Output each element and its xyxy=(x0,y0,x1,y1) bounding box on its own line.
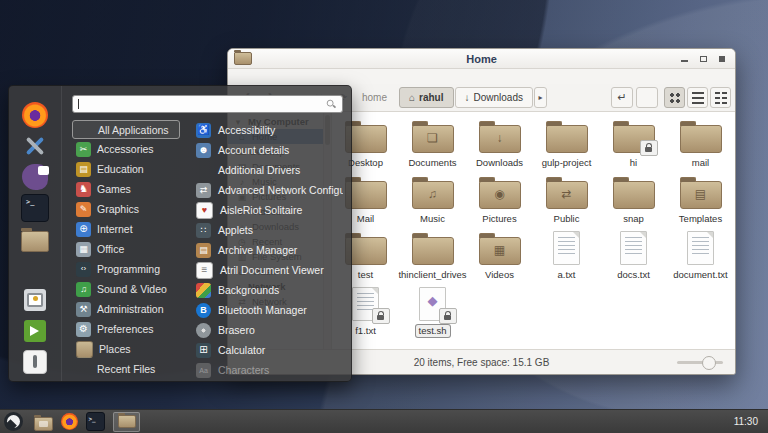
application-item[interactable]: Account details xyxy=(194,140,343,160)
application-item[interactable]: Additional Drivers xyxy=(194,160,343,180)
file-item[interactable]: document.txt xyxy=(667,230,734,286)
file-label: hi xyxy=(627,157,640,169)
file-item[interactable]: snap xyxy=(600,174,667,230)
category-list: All Applications Accessories Education G… xyxy=(72,120,180,381)
maximize-button[interactable] xyxy=(700,56,707,62)
file-item[interactable]: Pictures xyxy=(466,174,533,230)
category-item[interactable]: Games xyxy=(72,179,180,199)
category-item[interactable]: All Applications xyxy=(72,120,180,139)
file-label: snap xyxy=(620,213,647,225)
taskbar-launcher-icon xyxy=(86,412,105,431)
application-item[interactable]: Applets xyxy=(194,220,343,240)
file-item[interactable]: Templates xyxy=(667,174,734,230)
application-item[interactable]: Accessibility xyxy=(194,120,343,140)
breadcrumb-expander[interactable]: ▸ xyxy=(534,87,547,108)
application-icon xyxy=(196,223,211,238)
file-item[interactable]: Documents xyxy=(399,118,466,174)
category-icon xyxy=(76,341,93,358)
category-item[interactable]: Administration xyxy=(72,299,180,319)
application-icon xyxy=(196,183,211,198)
category-item[interactable]: Accessories xyxy=(72,139,180,159)
toolbar-icon-button[interactable] xyxy=(636,87,658,108)
text-cursor xyxy=(78,99,79,109)
window-titlebar[interactable]: Home xyxy=(228,49,735,69)
taskbar-launcher[interactable] xyxy=(31,411,55,432)
menu-button[interactable] xyxy=(4,412,23,431)
category-item[interactable]: Places xyxy=(72,339,180,359)
lock-emblem xyxy=(372,308,390,324)
session-button[interactable] xyxy=(21,350,49,374)
application-item[interactable]: Brasero xyxy=(194,320,343,340)
breadcrumb-button[interactable]: Downloads xyxy=(455,87,533,108)
session-button[interactable] xyxy=(21,319,49,343)
file-label: Documents xyxy=(405,157,459,169)
file-item[interactable]: Music xyxy=(399,174,466,230)
application-item[interactable]: Advanced Network Configuration xyxy=(194,180,343,200)
file-item[interactable]: docs.txt xyxy=(600,230,667,286)
dock-launcher-icon xyxy=(21,231,49,252)
category-item[interactable]: Recent Files xyxy=(72,359,180,379)
category-item[interactable]: Office xyxy=(72,239,180,259)
application-item[interactable]: Characters xyxy=(194,360,343,380)
taskbar-launcher[interactable] xyxy=(57,411,81,432)
lock-emblem xyxy=(640,140,658,156)
session-button[interactable] xyxy=(21,288,49,312)
toolbar-home-button[interactable]: home xyxy=(356,91,393,104)
category-icon xyxy=(76,202,91,217)
session-icon xyxy=(24,289,46,311)
application-icon xyxy=(196,123,211,138)
file-label: Mail xyxy=(354,213,377,225)
dock-launcher[interactable] xyxy=(20,164,50,190)
file-view[interactable]: Desktop Documents Downloads xyxy=(332,112,735,349)
file-item[interactable]: mail xyxy=(667,118,734,174)
taskbar-launcher[interactable] xyxy=(83,411,107,432)
application-item[interactable]: Backgrounds xyxy=(194,280,343,300)
breadcrumb-button[interactable]: rahul xyxy=(399,87,454,108)
application-item[interactable]: AisleRiot Solitaire xyxy=(194,200,343,220)
dock-launcher[interactable] xyxy=(20,195,50,221)
view-toggle-button[interactable] xyxy=(687,87,708,108)
file-item[interactable]: Videos xyxy=(466,230,533,286)
application-item[interactable]: Archive Manager xyxy=(194,240,343,260)
minimize-button[interactable] xyxy=(681,60,688,62)
category-item[interactable]: Internet xyxy=(72,219,180,239)
breadcrumb-icon xyxy=(465,92,470,103)
toolbar-icon-button[interactable] xyxy=(611,87,633,108)
menu-search-input[interactable] xyxy=(72,95,343,113)
breadcrumb: rahul Downloads xyxy=(399,87,534,108)
view-icon xyxy=(669,92,681,104)
category-item[interactable]: Preferences xyxy=(72,319,180,339)
application-item[interactable]: Bluetooth Manager xyxy=(194,300,343,320)
view-toggle-button[interactable] xyxy=(664,87,685,108)
file-label: mail xyxy=(689,157,712,169)
category-item[interactable]: Sound & Video xyxy=(72,279,180,299)
category-icon xyxy=(76,282,91,297)
application-label: Backgrounds xyxy=(218,284,279,296)
category-item[interactable]: Programming xyxy=(72,259,180,279)
application-icon xyxy=(196,363,211,378)
category-label: Programming xyxy=(97,263,160,275)
application-item[interactable]: Atril Document Viewer xyxy=(194,260,343,280)
file-icon xyxy=(671,118,731,154)
dock-launcher[interactable] xyxy=(20,133,50,159)
view-toggle-button[interactable] xyxy=(710,87,731,108)
clock[interactable]: 11:30 xyxy=(734,416,758,427)
file-item[interactable]: hi xyxy=(600,118,667,174)
zoom-slider[interactable] xyxy=(677,361,723,364)
dock-launcher[interactable] xyxy=(20,226,50,252)
category-icon xyxy=(76,302,91,317)
category-label: Administration xyxy=(97,303,164,315)
file-item[interactable]: test.sh xyxy=(399,286,466,342)
file-item[interactable]: gulp-project xyxy=(533,118,600,174)
file-item[interactable]: a.txt xyxy=(533,230,600,286)
zoom-slider-knob[interactable] xyxy=(702,356,716,370)
taskbar-window-button[interactable] xyxy=(113,412,140,432)
file-item[interactable]: thinclient_drives xyxy=(399,230,466,286)
file-item[interactable]: Public xyxy=(533,174,600,230)
category-item[interactable]: Education xyxy=(72,159,180,179)
category-item[interactable]: Graphics xyxy=(72,199,180,219)
close-button[interactable] xyxy=(719,56,725,62)
application-item[interactable]: Calculator xyxy=(194,340,343,360)
dock-launcher[interactable] xyxy=(20,102,50,128)
file-item[interactable]: Downloads xyxy=(466,118,533,174)
